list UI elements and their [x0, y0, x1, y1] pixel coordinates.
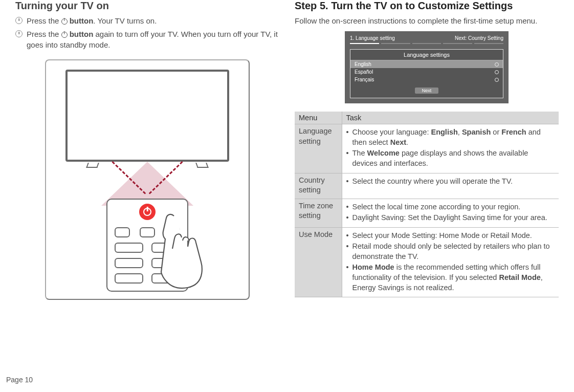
table-row: Country settingSelect the country where …	[295, 173, 559, 199]
osd-option: Español	[350, 68, 503, 76]
task-cell: Choose your language: English, Spanish o…	[342, 124, 559, 173]
task-item: Home Mode is the recommended setting whi…	[346, 263, 555, 293]
task-item: Select the country where you will operat…	[346, 177, 555, 187]
power-icon	[143, 208, 151, 216]
osd-step-label: 1. Language setting	[350, 35, 395, 41]
osd-panel: Language settings EnglishEspañolFrançais…	[350, 49, 503, 98]
menu-cell: Use Mode	[295, 227, 342, 297]
menu-cell: Time zone setting	[295, 199, 342, 227]
radio-icon	[495, 70, 499, 74]
task-item: Daylight Saving: Set the Daylight Saving…	[346, 213, 555, 223]
bullet-1: Press the button. Your TV turns on.	[15, 16, 279, 26]
task-item: Retail mode should only be selected by r…	[346, 242, 555, 262]
power-bullet-icon	[15, 17, 23, 24]
power-bullet-icon	[15, 30, 23, 37]
osd-next-label: Next: Country Setting	[455, 35, 503, 41]
task-cell: Select the country where you will operat…	[342, 173, 559, 199]
osd-progress-segments	[350, 43, 503, 44]
osd-mockup: 1. Language setting Next: Country Settin…	[345, 31, 509, 103]
osd-panel-title: Language settings	[350, 52, 503, 58]
task-item: Select the local time zone according to …	[346, 202, 555, 212]
task-item: The Welcome page displays and shows the …	[346, 148, 555, 168]
menu-cell: Country setting	[295, 173, 342, 199]
right-intro: Follow the on-screen instructions to com…	[295, 16, 559, 26]
table-row: Time zone settingSelect the local time z…	[295, 199, 559, 227]
task-item: Select your Mode Setting: Home Mode or R…	[346, 231, 555, 241]
radio-icon	[495, 78, 499, 82]
page-number: Page 10	[6, 376, 33, 384]
tv-frame	[65, 70, 229, 162]
table-row: Language settingChoose your language: En…	[295, 124, 559, 173]
left-bullets: Press the button. Your TV turns on. Pres…	[15, 16, 279, 50]
settings-table: Menu Task Language settingChoose your la…	[295, 112, 559, 297]
right-column: Step 5. Turn the TV on to Customize Sett…	[295, 0, 559, 300]
left-column: Turning your TV on Press the button. You…	[15, 0, 279, 300]
right-heading: Step 5. Turn the TV on to Customize Sett…	[295, 0, 559, 12]
radio-icon	[495, 62, 499, 67]
table-header-menu: Menu	[295, 112, 342, 124]
power-icon	[61, 18, 68, 25]
osd-next-button: Next	[415, 88, 438, 94]
task-item: Choose your language: English, Spanish o…	[346, 127, 555, 147]
menu-cell: Language setting	[295, 124, 342, 173]
table-row: Use ModeSelect your Mode Setting: Home M…	[295, 227, 559, 297]
table-header-task: Task	[342, 112, 559, 124]
osd-option: Français	[350, 76, 503, 83]
tv-stand	[86, 163, 99, 168]
task-cell: Select the local time zone according to …	[342, 199, 559, 227]
bullet-2: Press the button again to turn off your …	[15, 29, 279, 50]
left-heading: Turning your TV on	[15, 0, 279, 12]
power-icon	[61, 32, 68, 38]
remote	[106, 199, 188, 292]
tv-remote-illustration	[45, 59, 250, 300]
remote-power-button	[139, 204, 156, 220]
task-cell: Select your Mode Setting: Home Mode or R…	[342, 227, 559, 297]
tv-stand	[195, 163, 209, 168]
osd-option: English	[350, 60, 503, 68]
